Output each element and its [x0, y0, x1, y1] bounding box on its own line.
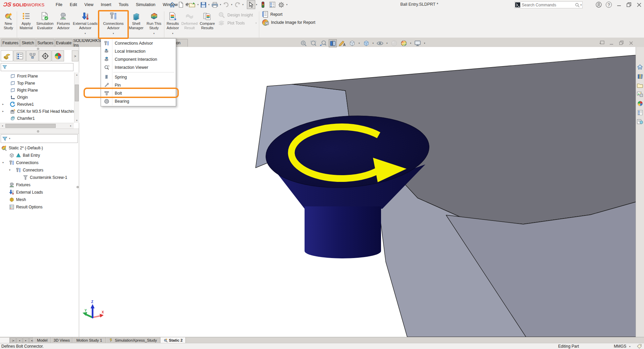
external-loads-advisor-button[interactable]: External LoadsAdvisor — [72, 10, 98, 31]
open-icon[interactable] — [187, 1, 197, 9]
include-image-for-report-button[interactable]: Include Image for Report — [262, 19, 315, 26]
taskpane-home-icon[interactable] — [636, 63, 644, 71]
view-orientation-icon[interactable] — [348, 39, 356, 47]
menu-simulation[interactable]: Simulation — [132, 0, 159, 9]
taskpane-view-palette-icon[interactable] — [636, 90, 644, 98]
new-study-button[interactable]: NewStudy — [1, 10, 16, 31]
tab-surfaces[interactable]: Surfaces — [36, 39, 54, 47]
expand-arrow-icon[interactable]: ▸ — [1, 103, 5, 106]
tab-evaluate[interactable]: Evaluate — [55, 39, 72, 47]
rebuild-icon[interactable] — [260, 1, 266, 9]
scroll-thumb[interactable] — [75, 85, 79, 101]
tab-3d-views[interactable]: 3D Views — [51, 337, 72, 343]
first-tab-button[interactable]: |◂ — [10, 338, 16, 343]
fixtures-advisor-button[interactable]: FixturesAdvisor — [55, 10, 72, 31]
menu-item-connections-advisor[interactable]: Connections Advisor — [101, 39, 176, 47]
report-button[interactable]: Report — [262, 11, 282, 18]
filter-dropdown[interactable]: ▾ — [8, 137, 11, 140]
shell-manager-button[interactable]: ShellManager — [128, 10, 144, 31]
taskpane-appearances-icon[interactable] — [636, 99, 644, 107]
apply-scene-icon[interactable] — [400, 39, 408, 47]
tree-item-origin[interactable]: Origin — [0, 94, 74, 101]
tab-sketch[interactable]: Sketch — [20, 39, 36, 47]
taskpane-custom-properties-icon[interactable] — [636, 108, 644, 116]
tab-motion-study-1[interactable]: Motion Study 1 — [72, 337, 106, 343]
apply-scene-dropdown[interactable]: ▾ — [410, 42, 412, 45]
tree-item-ball-entry[interactable]: Ball Entry — [0, 152, 74, 159]
tree-item-mesh[interactable]: Mesh — [0, 196, 74, 203]
select-tool-dropdown[interactable]: ▾ — [255, 3, 258, 6]
taskpane-design-library-icon[interactable] — [636, 72, 644, 80]
units-dropdown[interactable]: ▴ — [629, 345, 631, 348]
dynamic-annotation-views-icon[interactable]: A — [338, 39, 346, 47]
new-document-dropdown[interactable]: ▾ — [185, 3, 187, 6]
menu-item-component-interaction[interactable]: Component Interaction — [101, 55, 176, 63]
connections-advisor-flyout-arrow[interactable]: ▾ — [99, 32, 127, 35]
options-dropdown[interactable]: ▾ — [286, 3, 288, 6]
taskpane-file-explorer-icon[interactable] — [636, 81, 644, 89]
tab-property-manager[interactable] — [13, 50, 26, 61]
sim-tree-filter-input[interactable] — [12, 136, 76, 141]
tree-item-countersink-screw[interactable]: Countersink Screw-1 — [0, 174, 74, 181]
expand-arrow-icon[interactable]: ▸ — [1, 110, 5, 113]
file-properties-icon[interactable] — [268, 1, 277, 9]
zoom-to-area-icon[interactable] — [309, 39, 317, 47]
doc-restore-icon[interactable] — [618, 40, 625, 46]
panel-splitter[interactable] — [0, 129, 79, 134]
collapse-arrow-icon[interactable]: ▾ — [8, 168, 11, 171]
tab-model[interactable]: Model — [34, 337, 51, 343]
menu-view[interactable]: View — [81, 0, 97, 9]
scroll-thumb[interactable] — [5, 124, 56, 128]
tree-item-right-plane[interactable]: Right Plane — [0, 87, 74, 94]
menu-item-bearing[interactable]: Bearing — [101, 97, 176, 105]
hide-show-items-dropdown[interactable]: ▾ — [386, 42, 388, 45]
menu-item-bolt[interactable]: Bolt — [101, 89, 176, 97]
tab-simulationxpress-study[interactable]: SimulationXpress_Study — [106, 337, 160, 343]
tab-featuremanager-tree[interactable] — [1, 50, 13, 61]
status-units[interactable]: MMGS — [614, 344, 626, 349]
tab-features[interactable]: Features — [1, 39, 19, 47]
minimize-button[interactable] — [614, 0, 624, 9]
menu-insert[interactable]: Insert — [97, 0, 115, 9]
previous-view-icon[interactable] — [319, 39, 327, 47]
tree-item-external-loads[interactable]: External Loads — [0, 189, 74, 196]
section-view-icon[interactable] — [329, 39, 337, 47]
save-dropdown[interactable]: ▾ — [208, 3, 210, 6]
tree-item-result-options[interactable]: Result Options — [0, 203, 74, 210]
panel-top-splitter[interactable] — [0, 47, 79, 50]
view-settings-icon[interactable] — [414, 39, 422, 47]
menu-item-pin[interactable]: Pin — [101, 81, 176, 89]
tree-item-fixtures[interactable]: Fixtures — [0, 181, 74, 188]
simulation-evaluator-button[interactable]: SimulationEvaluator — [36, 10, 54, 31]
search-commands-input[interactable] — [520, 3, 575, 7]
tree-item-csk-hole[interactable]: ▸ CSK for M3.5 Flat Head Machine — [0, 108, 74, 115]
tree-item-static-2-study[interactable]: Static 2* (-Default-) — [0, 144, 74, 151]
menu-item-local-interaction[interactable]: Local Interaction — [101, 47, 176, 55]
tag-icon[interactable] — [637, 344, 642, 349]
zoom-to-fit-icon[interactable] — [300, 39, 308, 47]
close-button[interactable] — [634, 0, 644, 9]
scroll-right-icon[interactable]: ▸ — [68, 123, 73, 128]
search-commands-box[interactable]: ▾ — [515, 1, 583, 8]
display-style-icon[interactable] — [362, 39, 370, 47]
select-tool-button[interactable] — [247, 0, 255, 9]
run-this-study-button[interactable]: Run ThisStudy — [145, 10, 163, 31]
taskpane-defeature-icon[interactable] — [636, 117, 644, 126]
tab-static-2[interactable]: Static 2 — [160, 337, 186, 343]
sim-tree-filter[interactable]: ▾ — [1, 134, 78, 143]
menu-item-interaction-viewer[interactable]: Interaction Viewer — [101, 63, 176, 71]
tree-item-chamfer1[interactable]: Chamfer1 — [0, 115, 74, 122]
feature-tree-hscrollbar[interactable]: ◂ ▸ — [0, 123, 74, 129]
redo-dropdown[interactable]: ▾ — [242, 3, 245, 6]
tree-item-revolve1[interactable]: ▸ Revolve1 — [0, 101, 74, 108]
connections-advisor-button[interactable]: ConnectionsAdvisor — [99, 10, 127, 31]
restore-button[interactable] — [624, 0, 634, 9]
scroll-down-icon[interactable]: ▾ — [74, 118, 79, 123]
tree-item-connectors[interactable]: ▾ Connectors — [0, 166, 74, 173]
tree-item-top-plane[interactable]: Top Plane — [0, 80, 74, 87]
print-icon[interactable] — [210, 1, 219, 9]
user-account-icon[interactable] — [594, 0, 604, 9]
tab-dimxpert-manager[interactable] — [39, 50, 51, 61]
results-advisor-button[interactable]: ResultsAdvisor — [165, 10, 180, 31]
menu-item-spring[interactable]: Spring — [101, 73, 176, 81]
